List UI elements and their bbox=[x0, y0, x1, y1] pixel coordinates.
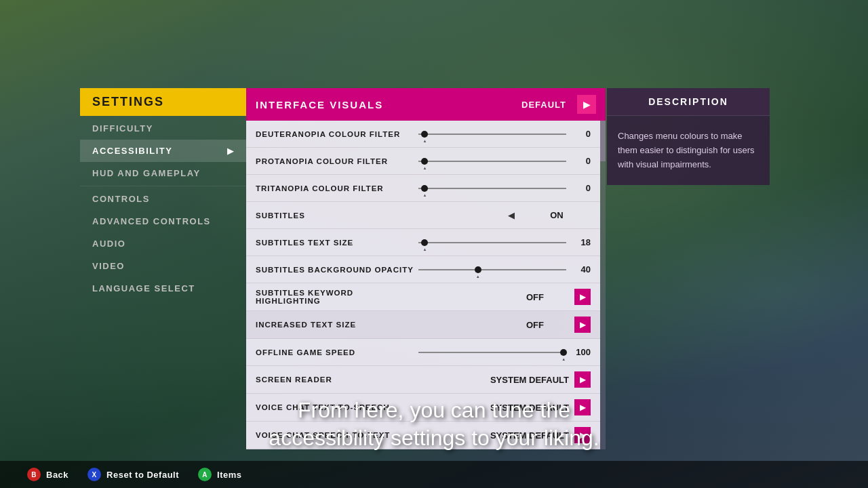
tritanopia-row: TRITANOPIA COLOUR FILTER 0 bbox=[246, 175, 600, 202]
bottom-bar: From here, you can tune theaccessibility… bbox=[0, 413, 868, 488]
tritanopia-slider[interactable] bbox=[418, 182, 566, 195]
divider bbox=[80, 186, 246, 186]
sidebar-item-label: DIFFICULTY bbox=[92, 123, 153, 134]
sidebar-item-label: HUD AND GAMEPLAY bbox=[92, 168, 201, 178]
offline-game-speed-value: 100 bbox=[572, 347, 591, 357]
subtitles-keyword-label: SUBTITLES KEYWORD HIGHLIGHTING bbox=[256, 289, 418, 305]
sidebar-item-label: LANGUAGE SELECT bbox=[92, 283, 195, 293]
back-icon: B bbox=[27, 468, 41, 481]
preset-next-button[interactable]: ▶ bbox=[577, 95, 596, 114]
sidebar-item-label: AUDIO bbox=[92, 239, 125, 249]
subtitles-bg-opacity-slider[interactable] bbox=[418, 263, 566, 277]
panel-header-right: DEFAULT ▶ bbox=[521, 95, 596, 114]
sidebar-item-video[interactable]: VIDEO bbox=[80, 255, 246, 277]
deuteranopia-slider[interactable] bbox=[418, 127, 566, 141]
protanopia-value: 0 bbox=[572, 156, 591, 166]
sidebar-item-label: CONTROLS bbox=[92, 194, 150, 204]
protanopia-slider[interactable] bbox=[418, 155, 566, 168]
subtitles-keyword-value: OFF bbox=[501, 292, 569, 302]
subtitles-keyword-control: OFF ▶ bbox=[418, 289, 591, 305]
protanopia-control: 0 bbox=[418, 155, 591, 168]
deuteranopia-label: DEUTERANOPIA COLOUR FILTER bbox=[256, 130, 418, 138]
sidebar-item-label: VIDEO bbox=[92, 261, 125, 271]
scrollbar-thumb bbox=[600, 121, 606, 161]
items-icon: A bbox=[198, 468, 212, 481]
reset-button[interactable]: X Reset to Default bbox=[87, 468, 179, 481]
subtitles-bg-opacity-value: 40 bbox=[572, 264, 591, 274]
subtitles-value: ON bbox=[523, 210, 591, 220]
sidebar-item-hud[interactable]: HUD AND GAMEPLAY bbox=[80, 162, 246, 184]
subtitles-bg-opacity-label: SUBTITLES BACKGROUND OPACITY bbox=[256, 266, 418, 274]
screen-reader-label: SCREEN READER bbox=[256, 375, 418, 384]
deuteranopia-row: DEUTERANOPIA COLOUR FILTER 0 bbox=[246, 121, 600, 148]
sidebar-item-controls[interactable]: CONTROLS bbox=[80, 188, 246, 210]
screen-reader-value: SYSTEM DEFAULT bbox=[490, 375, 569, 385]
increased-text-size-next-button[interactable]: ▶ bbox=[574, 317, 591, 333]
reset-label: Reset to Default bbox=[106, 470, 179, 480]
subtitles-row: SUBTITLES ◀ ON bbox=[246, 202, 600, 229]
increased-text-size-value: OFF bbox=[501, 320, 569, 330]
back-button[interactable]: B Back bbox=[27, 468, 68, 481]
deuteranopia-control: 0 bbox=[418, 127, 591, 141]
back-label: Back bbox=[46, 470, 68, 480]
screen-reader-control: SYSTEM DEFAULT ▶ bbox=[418, 371, 591, 388]
tritanopia-label: TRITANOPIA COLOUR FILTER bbox=[256, 184, 418, 192]
subtitles-toggle: ◀ ON bbox=[505, 209, 591, 222]
settings-title: SETTINGS bbox=[80, 88, 246, 116]
items-label: Items bbox=[217, 470, 241, 480]
subtitles-bg-opacity-control: 40 bbox=[418, 263, 591, 277]
increased-text-size-row: INCREASED TEXT SIZE OFF ▶ bbox=[246, 311, 600, 339]
arrow-icon: ▶ bbox=[227, 146, 235, 156]
subtitles-label: SUBTITLES bbox=[256, 211, 418, 220]
protanopia-row: PROTANOPIA COLOUR FILTER 0 bbox=[246, 148, 600, 175]
description-text: Changes menu colours to make them easier… bbox=[607, 116, 770, 185]
sidebar-item-label: ADVANCED CONTROLS bbox=[92, 216, 211, 226]
reset-icon: X bbox=[87, 468, 101, 481]
description-header: DESCRIPTION bbox=[607, 88, 770, 116]
sidebar-item-accessibility[interactable]: ACCESSIBILITY ▶ bbox=[80, 140, 246, 162]
panel-header: INTERFACE VISUALS DEFAULT ▶ bbox=[246, 88, 606, 121]
sidebar-item-audio[interactable]: AUDIO bbox=[80, 232, 246, 255]
sidebar-item-advanced-controls[interactable]: ADVANCED CONTROLS bbox=[80, 210, 246, 232]
subtitles-bg-opacity-row: SUBTITLES BACKGROUND OPACITY 40 bbox=[246, 256, 600, 283]
subtitles-text-size-slider[interactable] bbox=[418, 236, 566, 249]
subtitles-control: ◀ ON bbox=[418, 209, 591, 222]
center-panel: INTERFACE VISUALS DEFAULT ▶ DEUTERANOPIA… bbox=[246, 88, 606, 449]
tritanopia-control: 0 bbox=[418, 182, 591, 195]
subtitles-text-size-value: 18 bbox=[572, 237, 591, 247]
offline-game-speed-slider[interactable] bbox=[418, 346, 566, 359]
description-panel: DESCRIPTION Changes menu colours to make… bbox=[607, 88, 770, 185]
subtitles-keyword-row: SUBTITLES KEYWORD HIGHLIGHTING OFF ▶ bbox=[246, 283, 600, 311]
subtitles-prev-button[interactable]: ◀ bbox=[505, 209, 517, 222]
bottom-controls: B Back X Reset to Default A Items bbox=[0, 461, 868, 488]
increased-text-size-control: OFF ▶ bbox=[418, 317, 591, 333]
screen-reader-row: SCREEN READER SYSTEM DEFAULT ▶ bbox=[246, 366, 600, 394]
deuteranopia-value: 0 bbox=[572, 129, 591, 139]
screen-reader-next-button[interactable]: ▶ bbox=[574, 371, 591, 388]
offline-game-speed-label: OFFLINE GAME SPEED bbox=[256, 348, 418, 357]
sidebar-item-label: ACCESSIBILITY bbox=[92, 146, 172, 156]
protanopia-label: PROTANOPIA COLOUR FILTER bbox=[256, 157, 418, 165]
subtitles-text-size-row: SUBTITLES TEXT SIZE 18 bbox=[246, 229, 600, 256]
sidebar-item-difficulty[interactable]: DIFFICULTY bbox=[80, 117, 246, 140]
panel-title: INTERFACE VISUALS bbox=[256, 99, 383, 110]
tritanopia-value: 0 bbox=[572, 183, 591, 193]
preset-label: DEFAULT bbox=[521, 100, 566, 110]
subtitles-text-size-control: 18 bbox=[418, 236, 591, 249]
items-button[interactable]: A Items bbox=[198, 468, 241, 481]
subtitles-text-size-label: SUBTITLES TEXT SIZE bbox=[256, 239, 418, 247]
subtitle-text: From here, you can tune theaccessibility… bbox=[0, 396, 868, 461]
sidebar: SETTINGS DIFFICULTY ACCESSIBILITY ▶ HUD … bbox=[80, 88, 246, 300]
subtitles-keyword-next-button[interactable]: ▶ bbox=[574, 289, 591, 305]
increased-text-size-label: INCREASED TEXT SIZE bbox=[256, 321, 418, 329]
sidebar-item-language[interactable]: LANGUAGE SELECT bbox=[80, 277, 246, 300]
offline-game-speed-control: 100 bbox=[418, 346, 591, 359]
offline-game-speed-row: OFFLINE GAME SPEED 100 bbox=[246, 339, 600, 366]
